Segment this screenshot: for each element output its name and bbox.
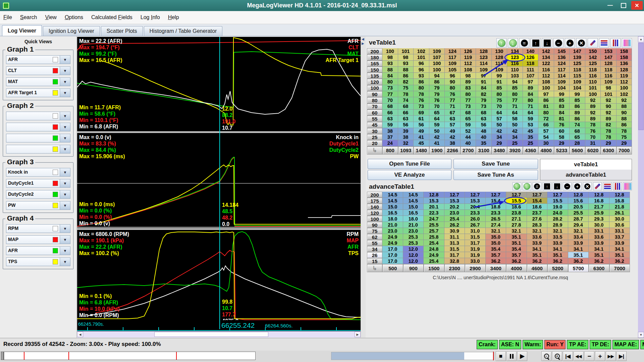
advance-cell[interactable]: 30.6	[609, 222, 630, 228]
advance-cell[interactable]: 19.0	[547, 204, 568, 210]
ve-cell[interactable]: 56	[414, 122, 429, 128]
ve-cell[interactable]: 128	[616, 67, 632, 73]
ve-cell[interactable]: 118	[570, 67, 585, 73]
ve-cell[interactable]: 24	[382, 140, 398, 146]
ve-cell[interactable]: 115	[570, 73, 585, 79]
ve-cell[interactable]: 139	[570, 54, 585, 60]
ve-cell[interactable]: 90	[601, 104, 616, 110]
pause-icon[interactable]	[506, 351, 517, 361]
ve-cell[interactable]: 158	[616, 48, 632, 54]
cursor-line[interactable]	[219, 37, 220, 329]
advance-cell[interactable]: 28.2	[547, 216, 568, 222]
ve-cell[interactable]: 84	[523, 91, 539, 97]
advance-cell[interactable]: 33.6	[589, 234, 609, 240]
advance-cell[interactable]: 25.3	[403, 234, 424, 240]
advance-cell[interactable]: 25.5	[568, 210, 589, 216]
ve-cell[interactable]: 60	[554, 128, 570, 134]
advance-cell[interactable]: 17.0	[382, 246, 403, 252]
ve-cell[interactable]: 82	[601, 122, 616, 128]
ve-cell[interactable]: 112	[616, 79, 632, 85]
advance-cell[interactable]: 35.1	[506, 234, 527, 240]
ve-cell[interactable]: 92	[585, 97, 601, 103]
ve-cell[interactable]: 128	[476, 48, 492, 54]
tab-ignition-log-viewer[interactable]: Ignition Log Viewer	[43, 26, 100, 36]
ve-cell[interactable]: 39	[398, 128, 414, 134]
fast-forward-icon[interactable]: ▶▶	[606, 351, 616, 361]
ve-cell[interactable]: 56	[476, 122, 492, 128]
up-arrow-icon[interactable]: ↑	[531, 38, 541, 48]
ve-cell[interactable]: 94	[429, 73, 445, 79]
close-icon[interactable]: ✕	[576, 38, 586, 48]
ve-cell[interactable]: 71	[445, 104, 461, 110]
ve-cell[interactable]: 126	[461, 48, 476, 54]
advance-cell[interactable]: 12.7	[547, 192, 568, 198]
chevron-down-icon[interactable]: ▼	[60, 247, 70, 255]
ve-cell[interactable]: 31	[585, 140, 601, 146]
split-pane-divider[interactable]: ◀ ▶	[361, 36, 366, 338]
advance-cell[interactable]: 23.0	[403, 228, 424, 234]
advance-cell[interactable]: 35.1	[609, 252, 630, 258]
ve-cell[interactable]: 66	[538, 122, 554, 128]
ve-cell[interactable]: 111	[523, 67, 539, 73]
ve-cell[interactable]: 80	[414, 85, 429, 91]
ve-cell[interactable]: 78	[414, 91, 429, 97]
ve-cell[interactable]: 64	[492, 110, 507, 116]
pencil-icon[interactable]	[588, 38, 598, 48]
advance-cell[interactable]: 18.6	[527, 204, 548, 210]
ve-cell[interactable]: 73	[461, 104, 476, 110]
advance-cell[interactable]: 21.7	[589, 204, 609, 210]
advance-cell[interactable]: 20.2	[444, 204, 465, 210]
advance-cell[interactable]: 30.0	[609, 216, 630, 222]
advance-cell[interactable]: 12.8	[589, 192, 609, 198]
advance-cell[interactable]: 12.0	[403, 246, 424, 252]
ve-cell[interactable]: 110	[507, 67, 523, 73]
ve-cell[interactable]: 134	[507, 48, 523, 54]
graph-panel-2[interactable]: Max = 0.0 (v)Max = 83.3 (%)Max = 84.4 (%…	[77, 133, 361, 228]
ve-cell[interactable]: 53	[523, 122, 539, 128]
advance-cell[interactable]: 32.1	[506, 228, 527, 234]
ve-cell[interactable]: 83	[554, 104, 570, 110]
ve-cell[interactable]: 45	[523, 128, 539, 134]
ve-cell[interactable]: 109	[570, 79, 585, 85]
ve-cell[interactable]: 76	[554, 122, 570, 128]
ve-cell[interactable]: 116	[538, 67, 554, 73]
ve-cell[interactable]: 52	[461, 128, 476, 134]
ve-cell[interactable]: 58	[554, 134, 570, 140]
save-tune-as-button[interactable]: Save Tune As	[453, 170, 538, 180]
ve-cell[interactable]: 110	[585, 79, 601, 85]
advance-cell[interactable]: 12.0	[403, 258, 424, 264]
ve-cell[interactable]: 79	[476, 97, 492, 103]
advance-cell[interactable]: 22.3	[424, 210, 444, 216]
ve-cell[interactable]: 68	[461, 110, 476, 116]
ve-cell[interactable]: 98	[601, 85, 616, 91]
ve-cell[interactable]: 77	[445, 97, 461, 103]
ve-cell[interactable]: 94	[507, 79, 523, 85]
ve-cell[interactable]: 118	[601, 67, 616, 73]
ve-cell[interactable]: 50	[429, 128, 445, 134]
advance-cell[interactable]: 12.8	[424, 192, 444, 198]
field-selector-afr[interactable]: AFR▼	[6, 246, 70, 255]
ve-cell[interactable]: 117	[445, 54, 461, 60]
ve-cell[interactable]: 66	[398, 110, 414, 116]
ve-cell[interactable]: 71	[507, 104, 523, 110]
chevron-down-icon[interactable]: ▼	[60, 145, 70, 153]
ve-cell[interactable]: 99	[570, 91, 585, 97]
advance-cell[interactable]: 16.8	[589, 198, 609, 204]
ve-cell[interactable]: 76	[445, 91, 461, 97]
advance-cell[interactable]: 32.1	[527, 228, 548, 234]
advance-cell[interactable]: 20.4	[465, 204, 486, 210]
graph-region[interactable]: Max = 22.2 (AFR)Max = 194.7 (°F)Max = 99…	[77, 37, 361, 337]
ve-cell[interactable]: 59	[461, 122, 476, 128]
advance-cell[interactable]: 34.1	[568, 246, 589, 252]
ve-cell[interactable]: 101	[585, 85, 601, 91]
ve-cell[interactable]: 54	[538, 134, 554, 140]
ve-cell[interactable]: 96	[414, 67, 429, 73]
advance-cell[interactable]: 36.2	[609, 258, 630, 264]
ve-cell[interactable]: 128	[492, 54, 507, 60]
scrollbar-thumb[interactable]	[638, 43, 644, 130]
ve-cell[interactable]: 136	[616, 61, 632, 67]
ve-cell[interactable]: 68	[476, 110, 492, 116]
up-arrow-icon[interactable]: ↑	[543, 182, 551, 190]
green-down-arrow-icon[interactable]: ↓	[523, 182, 531, 190]
advance-cell[interactable]: 15.0	[403, 204, 424, 210]
